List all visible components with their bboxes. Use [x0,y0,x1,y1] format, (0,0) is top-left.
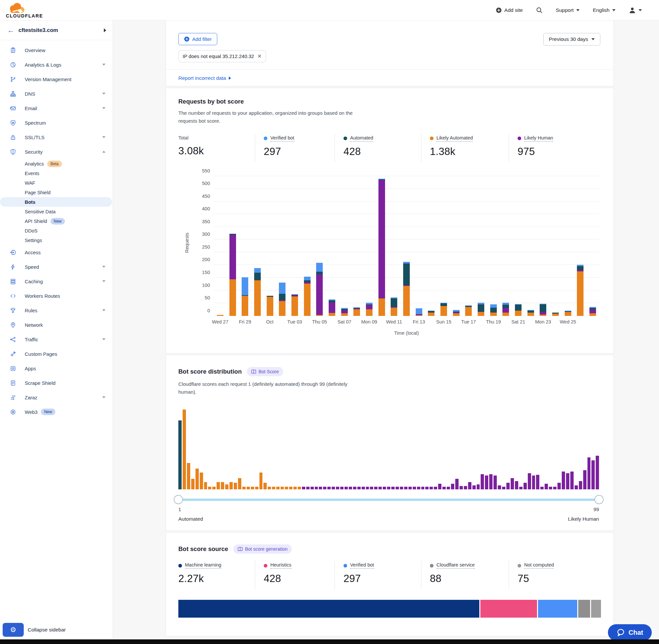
sidebar-item-analytics-logs[interactable]: Analytics & Logs [0,58,113,72]
bar-fri-13[interactable] [416,308,422,316]
hist-bar-score-4[interactable] [191,479,194,489]
hist-bar-score-40[interactable] [345,487,348,489]
hist-bar-score-97[interactable] [587,457,591,489]
hist-bar-score-65[interactable] [451,484,454,489]
sidebar-item-bots[interactable]: Bots [0,197,112,207]
hist-bar-score-46[interactable] [370,487,373,489]
bar-sun-22[interactable] [527,310,534,316]
hist-bar-score-82[interactable] [523,483,527,489]
sidebar-item-sensitive-data[interactable]: Sensitive Data [0,207,113,216]
bar-sat-30[interactable] [254,268,261,316]
hist-bar-score-86[interactable] [540,487,544,489]
hist-bar-score-90[interactable] [558,483,561,489]
hist-bar-score-42[interactable] [353,487,356,489]
sidebar-item-page-shield[interactable]: Page Shield [0,188,113,197]
hist-bar-score-41[interactable] [349,487,352,489]
sidebar-item-speed[interactable]: Speed [0,259,113,274]
date-range-dropdown[interactable]: Previous 30 days [543,33,600,46]
cloudflare-logo[interactable]: CLOUDFLARE [6,2,43,19]
bar-tue-24[interactable] [552,313,559,316]
hist-bar-score-2[interactable] [183,410,186,489]
hist-bar-score-57[interactable] [417,487,420,489]
hist-bar-score-5[interactable] [195,468,199,489]
bar-thu-12[interactable] [403,262,410,316]
hist-bar-score-26[interactable] [285,487,288,489]
hist-bar-score-13[interactable] [230,482,233,489]
hist-bar-score-3[interactable] [187,463,190,489]
bar-mon-16[interactable] [453,310,460,316]
hist-bar-score-56[interactable] [413,487,416,489]
hist-bar-score-18[interactable] [251,487,254,489]
bar-thu-05[interactable] [316,263,323,316]
sidebar-item-events[interactable]: Events [0,168,113,178]
sidebar-item-scrape-shield[interactable]: Scrape Shield [0,375,113,390]
hist-bar-score-29[interactable] [298,487,301,489]
bar-mon-23[interactable] [540,304,546,316]
hist-bar-score-8[interactable] [208,487,211,489]
bar-fri-20[interactable] [502,303,509,316]
sidebar-item-api-shield[interactable]: API ShieldNew [0,216,113,226]
hist-bar-score-89[interactable] [553,487,557,489]
hist-bar-score-73[interactable] [485,476,488,489]
hist-bar-score-20[interactable] [259,473,263,489]
hist-bar-score-35[interactable] [323,487,326,489]
sidebar-item-overview[interactable]: Overview [0,43,113,58]
hist-bar-score-66[interactable] [455,479,458,489]
hist-bar-score-70[interactable] [472,485,476,489]
sidebar-item-caching[interactable]: Caching [0,274,113,289]
hist-bar-score-47[interactable] [374,487,377,489]
hist-bar-score-61[interactable] [434,487,437,489]
hist-bar-score-38[interactable] [336,487,339,489]
bar-sat-14[interactable] [428,310,434,316]
stat-label-text[interactable]: Cloudflare service [437,562,475,569]
sidebar-item-workers-routes[interactable]: Workers Routes [0,289,113,303]
hist-bar-score-91[interactable] [562,472,565,489]
stat-label-text[interactable]: Automated [350,135,373,142]
stat-label-text[interactable]: Verified bot [270,135,295,142]
bar-sun-08[interactable] [353,307,360,316]
stat-label-text[interactable]: Machine learning [185,562,221,569]
chevron-right-icon[interactable] [104,28,106,32]
bar-wed-11[interactable] [391,297,397,316]
hist-bar-score-58[interactable] [421,487,425,489]
bar-sat-07[interactable] [341,308,348,316]
hist-bar-score-78[interactable] [507,483,510,489]
stat-label-text[interactable]: Likely Human [524,135,553,142]
sidebar-item-apps[interactable]: Apps [0,361,113,375]
slider-track[interactable] [178,499,599,501]
report-incorrect-data-link[interactable]: Report incorrect data [178,75,231,81]
hist-bar-score-22[interactable] [268,487,271,489]
hist-bar-score-28[interactable] [293,487,297,489]
hist-bar-score-1[interactable] [178,420,182,489]
sidebar-item-ddos[interactable]: DDoS [0,226,113,235]
settings-button[interactable]: ⚙ [3,623,24,637]
bar-sun-15[interactable] [441,303,447,316]
hist-bar-score-72[interactable] [481,474,484,489]
hist-bar-score-11[interactable] [221,482,224,489]
sidebar-item-settings[interactable]: Settings [0,235,113,245]
hist-bar-score-69[interactable] [468,482,471,489]
sidebar-item-zaraz[interactable]: Zaraz [0,390,113,405]
hist-bar-score-9[interactable] [212,487,216,489]
sidebar-item-traffic[interactable]: Traffic [0,332,113,347]
back-arrow-icon[interactable]: ← [7,26,19,34]
hist-bar-score-95[interactable] [579,481,582,489]
bar-mon-09[interactable] [366,303,373,316]
add-site-button[interactable]: Add site [496,7,523,13]
site-name[interactable]: cftestsite3.com [19,27,104,33]
chat-button[interactable]: Chat [608,624,652,641]
hist-bar-score-55[interactable] [408,487,412,489]
hist-bar-score-10[interactable] [217,482,220,489]
bar-fri-06[interactable] [329,299,335,316]
stat-label-text[interactable]: Heuristics [270,562,291,569]
bar-wed-27[interactable] [217,315,223,316]
hist-bar-score-6[interactable] [200,473,203,489]
bot-score-badge[interactable]: Bot Score [247,367,283,376]
hist-bar-score-88[interactable] [549,487,552,489]
hist-bar-score-60[interactable] [429,487,433,489]
hist-bar-score-7[interactable] [204,482,207,489]
stat-label-text[interactable]: Not computed [524,562,554,569]
bar-wed-04[interactable] [304,277,310,316]
hist-bar-score-76[interactable] [498,485,501,489]
bot-score-generation-badge[interactable]: Bot score generation [233,545,292,554]
